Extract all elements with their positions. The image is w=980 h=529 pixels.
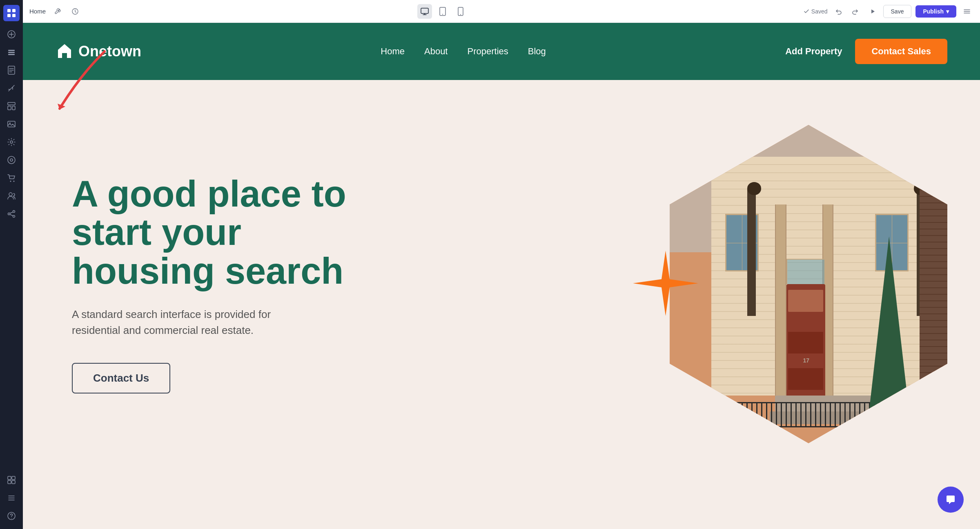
- integrations-icon[interactable]: [3, 206, 20, 222]
- star-decoration: [629, 247, 702, 322]
- svg-rect-0: [7, 9, 11, 12]
- hero-subtitle: A standard search interface is provided …: [72, 307, 301, 338]
- contact-sales-button[interactable]: Contact Sales: [855, 39, 947, 64]
- svg-point-22: [10, 181, 11, 182]
- hero-image: 17: [670, 125, 947, 443]
- hero-cta-button[interactable]: Contact Us: [72, 363, 170, 393]
- sidebar: [0, 0, 23, 529]
- svg-rect-3: [12, 14, 16, 17]
- logo: Onetown: [56, 42, 141, 61]
- chat-bubble-button[interactable]: [938, 487, 964, 513]
- desktop-button[interactable]: [417, 4, 432, 19]
- logo-icon: [56, 42, 74, 61]
- svg-rect-16: [12, 106, 15, 110]
- preview-button[interactable]: [866, 5, 879, 18]
- shortcuts-icon[interactable]: [3, 472, 20, 488]
- svg-point-38: [11, 518, 12, 519]
- topbar-right: Saved Save Publish: [804, 5, 973, 18]
- settings-icon[interactable]: [3, 134, 20, 150]
- tablet-button[interactable]: [435, 4, 450, 19]
- nav-home[interactable]: Home: [381, 46, 405, 57]
- menu-button[interactable]: [960, 5, 973, 18]
- svg-point-20: [8, 156, 15, 164]
- hero-content: A good place to start your housing searc…: [72, 175, 358, 394]
- svg-rect-7: [8, 50, 15, 51]
- add-property-button[interactable]: Add Property: [785, 46, 842, 57]
- publish-button[interactable]: Publish ▾: [915, 5, 956, 18]
- svg-point-25: [8, 213, 10, 215]
- navigation: Onetown Home About Properties Blog Add P…: [23, 23, 980, 80]
- add-section-icon[interactable]: [3, 26, 20, 42]
- svg-point-27: [13, 216, 15, 218]
- apps-icon[interactable]: [3, 5, 20, 21]
- saved-status: Saved: [804, 8, 828, 15]
- media-icon[interactable]: [3, 116, 20, 132]
- svg-rect-32: [8, 480, 11, 484]
- members-icon[interactable]: [3, 188, 20, 204]
- history-button[interactable]: [69, 5, 82, 18]
- nav-properties[interactable]: Properties: [467, 46, 508, 57]
- device-switcher: [87, 4, 799, 19]
- svg-point-46: [460, 14, 461, 15]
- house-image: 17: [670, 125, 947, 443]
- main-area: Home: [23, 0, 980, 529]
- mobile-button[interactable]: [453, 4, 468, 19]
- svg-line-28: [10, 212, 13, 213]
- saved-label: Saved: [811, 8, 828, 15]
- svg-point-19: [10, 141, 13, 143]
- list-icon[interactable]: [3, 490, 20, 506]
- svg-rect-2: [7, 14, 11, 17]
- design-icon[interactable]: [3, 80, 20, 96]
- svg-rect-33: [12, 480, 15, 484]
- website-preview: Onetown Home About Properties Blog Add P…: [23, 23, 980, 529]
- svg-point-21: [10, 159, 13, 161]
- page-icon[interactable]: [3, 62, 20, 78]
- hero-title: A good place to start your housing searc…: [72, 175, 358, 291]
- blog-icon[interactable]: [3, 152, 20, 168]
- svg-rect-31: [12, 476, 15, 480]
- help-icon[interactable]: [3, 508, 20, 524]
- nav-links: Home About Properties Blog: [381, 46, 546, 57]
- nav-about[interactable]: About: [424, 46, 448, 57]
- sections-icon[interactable]: [3, 98, 20, 114]
- svg-rect-17: [8, 121, 15, 127]
- redo-button[interactable]: [849, 5, 862, 18]
- ecommerce-icon[interactable]: [3, 170, 20, 186]
- nav-blog[interactable]: Blog: [528, 46, 546, 57]
- svg-rect-8: [8, 52, 15, 53]
- svg-line-29: [10, 215, 13, 216]
- topbar-left: Home: [29, 5, 82, 18]
- page-title: Home: [29, 8, 46, 15]
- svg-point-24: [9, 193, 12, 196]
- wrench-button[interactable]: [51, 5, 64, 18]
- topbar: Home: [23, 0, 980, 23]
- hero-section: A good place to start your housing searc…: [23, 80, 980, 488]
- svg-rect-40: [421, 8, 428, 13]
- svg-rect-14: [8, 102, 15, 105]
- undo-button[interactable]: [832, 5, 845, 18]
- svg-point-23: [13, 181, 15, 182]
- svg-rect-30: [8, 476, 11, 480]
- svg-point-44: [442, 14, 443, 15]
- svg-point-26: [13, 211, 15, 213]
- hex-image-container: 17: [670, 125, 947, 443]
- logo-text: Onetown: [78, 43, 141, 60]
- canvas: Onetown Home About Properties Blog Add P…: [23, 23, 980, 529]
- svg-rect-9: [8, 54, 15, 55]
- nav-actions: Add Property Contact Sales: [785, 39, 947, 64]
- save-button[interactable]: Save: [883, 5, 912, 18]
- svg-rect-15: [8, 106, 11, 110]
- layers-icon[interactable]: [3, 44, 20, 60]
- svg-rect-1: [12, 9, 16, 12]
